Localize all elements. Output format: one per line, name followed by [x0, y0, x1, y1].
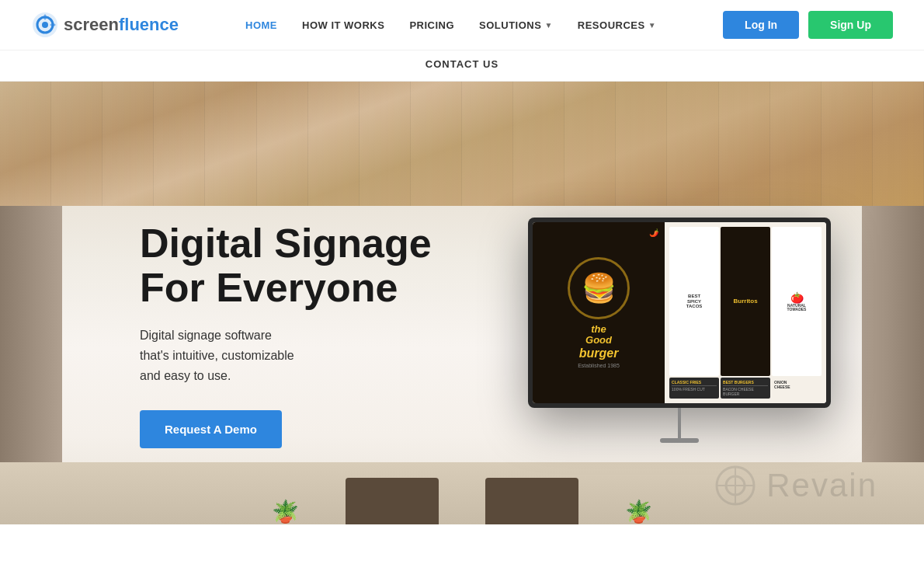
- wood-ceiling: [0, 82, 924, 206]
- main-nav: HOME HOW IT WORKS PRICING SOLUTIONS ▼ RE…: [245, 19, 656, 31]
- restaurant-name: theGoodburger: [579, 324, 619, 360]
- menu-bottom-row: CLASSIC FRIES 100% FRESH CUT BEST BURGER…: [669, 378, 822, 399]
- logo[interactable]: screenfluence: [31, 11, 179, 39]
- signup-button[interactable]: Sign Up: [808, 11, 893, 39]
- revain-watermark: Revain: [712, 462, 877, 509]
- burger-circle: 🍔: [568, 257, 630, 319]
- plant-decoration-2: 🪴: [625, 499, 652, 524]
- logo-text: screenfluence: [64, 15, 179, 35]
- site-header: screenfluence HOME HOW IT WORKS PRICING …: [0, 0, 924, 82]
- hero-content: Digital Signage For Everyone Digital sig…: [140, 221, 432, 448]
- chili-decoration: 🌶️: [649, 228, 658, 237]
- nav-pricing[interactable]: PRICING: [409, 19, 454, 31]
- plant-decoration: 🪴: [272, 499, 299, 524]
- hero-subtitle: Digital signage softwarethat's intuitive…: [140, 326, 432, 385]
- menu-cell-tacos: BESTSPICYTACOS: [669, 227, 719, 376]
- revain-brand-text: Revain: [766, 467, 877, 504]
- menu-left-panel: 🌶️ 🍔 theGoodburger Established 1985: [533, 222, 665, 403]
- menu-cell-burritos: Burritos: [721, 227, 770, 376]
- table-silhouette: [346, 478, 439, 524]
- logo-icon: [31, 11, 59, 39]
- login-button[interactable]: Log In: [723, 11, 799, 39]
- burger-icon: 🍔: [582, 272, 617, 305]
- tv-screen: 🌶️ 🍔 theGoodburger Established 1985 BEST…: [533, 222, 826, 403]
- tv-mockup: 🌶️ 🍔 theGoodburger Established 1985 BEST…: [528, 218, 831, 408]
- nav-resources[interactable]: RESOURCES ▼: [578, 19, 656, 31]
- contact-us-link[interactable]: CONTACT US: [426, 58, 498, 70]
- menu-right-panel: BESTSPICYTACOS Burritos 🍅 NATURALTOMADES…: [665, 222, 826, 403]
- resources-chevron-icon: ▼: [648, 21, 656, 30]
- menu-cell-fries: CLASSIC FRIES 100% FRESH CUT: [669, 378, 719, 399]
- established-text: Established 1985: [578, 363, 620, 368]
- menu-cell-burgers: BEST BURGERS BACON CHEESE BURGER: [721, 378, 770, 399]
- tv-frame: 🌶️ 🍔 theGoodburger Established 1985 BEST…: [528, 218, 831, 408]
- svg-point-2: [42, 22, 48, 28]
- menu-top-row: BESTSPICYTACOS Burritos 🍅 NATURALTOMADES: [669, 227, 822, 376]
- revain-logo-icon: [712, 462, 759, 509]
- header-bottom: CONTACT US: [0, 50, 924, 81]
- solutions-chevron-icon: ▼: [544, 21, 552, 30]
- hero-title: Digital Signage For Everyone: [140, 221, 432, 310]
- hero-section: Digital Signage For Everyone Digital sig…: [0, 82, 924, 524]
- request-demo-button[interactable]: Request A Demo: [140, 410, 282, 448]
- tv-stand: [678, 408, 681, 439]
- header-buttons: Log In Sign Up: [723, 11, 893, 39]
- table-silhouette-2: [485, 478, 578, 524]
- menu-cell-onion: ONIONCHEESE: [772, 378, 822, 399]
- nav-solutions[interactable]: SOLUTIONS ▼: [479, 19, 553, 31]
- nav-how-it-works[interactable]: HOW IT WORKS: [302, 19, 384, 31]
- header-top: screenfluence HOME HOW IT WORKS PRICING …: [0, 0, 924, 50]
- nav-home[interactable]: HOME: [245, 19, 277, 31]
- tv-base: [660, 438, 699, 443]
- menu-cell-tomatoes: 🍅 NATURALTOMADES: [772, 227, 822, 376]
